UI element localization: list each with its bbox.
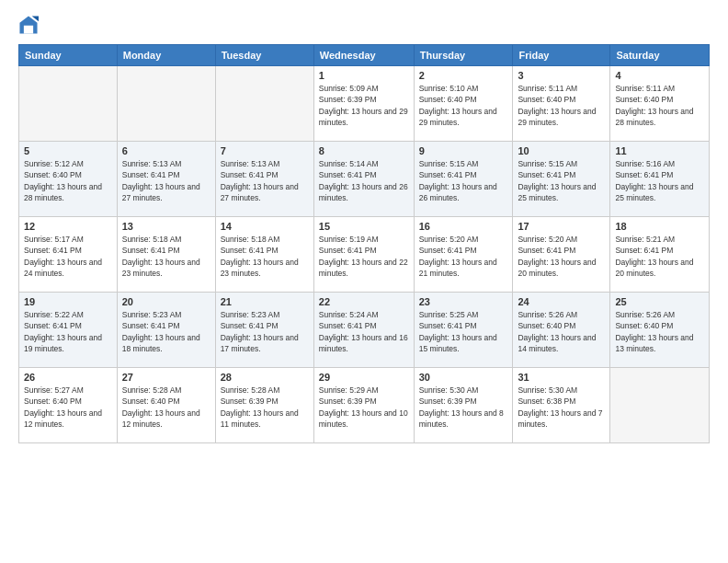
day-cell: 31Sunrise: 5:30 AM Sunset: 6:38 PM Dayli… (513, 368, 610, 443)
day-info: Sunrise: 5:22 AM Sunset: 6:41 PM Dayligh… (24, 309, 112, 354)
day-number: 15 (319, 221, 409, 232)
day-number: 23 (419, 296, 508, 307)
day-number: 14 (221, 221, 309, 232)
day-number: 25 (615, 296, 704, 307)
day-info: Sunrise: 5:11 AM Sunset: 6:40 PM Dayligh… (518, 83, 605, 128)
day-info: Sunrise: 5:29 AM Sunset: 6:39 PM Dayligh… (319, 385, 409, 430)
day-cell: 27Sunrise: 5:28 AM Sunset: 6:40 PM Dayli… (117, 368, 215, 443)
day-info: Sunrise: 5:23 AM Sunset: 6:41 PM Dayligh… (221, 309, 309, 354)
day-cell: 24Sunrise: 5:26 AM Sunset: 6:40 PM Dayli… (513, 293, 610, 368)
day-cell (610, 368, 710, 443)
day-number: 4 (615, 70, 704, 81)
day-info: Sunrise: 5:15 AM Sunset: 6:41 PM Dayligh… (419, 158, 508, 203)
day-cell: 11Sunrise: 5:16 AM Sunset: 6:41 PM Dayli… (610, 142, 710, 217)
week-row-2: 12Sunrise: 5:17 AM Sunset: 6:41 PM Dayli… (19, 217, 710, 293)
day-cell: 21Sunrise: 5:23 AM Sunset: 6:41 PM Dayli… (215, 293, 313, 368)
day-info: Sunrise: 5:26 AM Sunset: 6:40 PM Dayligh… (615, 309, 704, 354)
logo-icon (18, 15, 39, 35)
day-number: 29 (319, 372, 409, 383)
day-info: Sunrise: 5:17 AM Sunset: 6:41 PM Dayligh… (24, 234, 112, 279)
day-cell: 17Sunrise: 5:20 AM Sunset: 6:41 PM Dayli… (513, 217, 610, 293)
day-number: 22 (319, 296, 409, 307)
week-row-4: 26Sunrise: 5:27 AM Sunset: 6:40 PM Dayli… (19, 368, 710, 443)
day-info: Sunrise: 5:09 AM Sunset: 6:39 PM Dayligh… (319, 83, 409, 128)
day-cell: 2Sunrise: 5:10 AM Sunset: 6:40 PM Daylig… (414, 66, 513, 142)
day-cell: 28Sunrise: 5:28 AM Sunset: 6:39 PM Dayli… (215, 368, 313, 443)
day-info: Sunrise: 5:13 AM Sunset: 6:41 PM Dayligh… (221, 158, 309, 203)
weekday-header-sunday: Sunday (19, 45, 118, 66)
weekday-header-thursday: Thursday (414, 45, 513, 66)
day-number: 17 (518, 221, 605, 232)
page: SundayMondayTuesdayWednesdayThursdayFrid… (0, 0, 728, 563)
day-number: 12 (24, 221, 112, 232)
day-cell (215, 66, 313, 142)
day-number: 16 (419, 221, 508, 232)
day-info: Sunrise: 5:13 AM Sunset: 6:41 PM Dayligh… (122, 158, 210, 203)
day-info: Sunrise: 5:23 AM Sunset: 6:41 PM Dayligh… (122, 309, 210, 354)
day-info: Sunrise: 5:20 AM Sunset: 6:41 PM Dayligh… (518, 234, 605, 279)
header (18, 15, 710, 35)
day-number: 6 (122, 145, 210, 156)
day-number: 19 (24, 296, 112, 307)
day-cell: 19Sunrise: 5:22 AM Sunset: 6:41 PM Dayli… (19, 293, 118, 368)
day-cell: 6Sunrise: 5:13 AM Sunset: 6:41 PM Daylig… (117, 142, 215, 217)
day-number: 26 (24, 372, 112, 383)
day-number: 13 (122, 221, 210, 232)
week-row-3: 19Sunrise: 5:22 AM Sunset: 6:41 PM Dayli… (19, 293, 710, 368)
day-number: 3 (518, 70, 605, 81)
day-cell (117, 66, 215, 142)
day-cell: 4Sunrise: 5:11 AM Sunset: 6:40 PM Daylig… (610, 66, 710, 142)
day-number: 24 (518, 296, 605, 307)
day-cell: 15Sunrise: 5:19 AM Sunset: 6:41 PM Dayli… (313, 217, 414, 293)
day-number: 7 (221, 145, 309, 156)
day-cell: 18Sunrise: 5:21 AM Sunset: 6:41 PM Dayli… (610, 217, 710, 293)
day-info: Sunrise: 5:30 AM Sunset: 6:39 PM Dayligh… (419, 385, 508, 430)
weekday-header-tuesday: Tuesday (215, 45, 313, 66)
day-cell: 25Sunrise: 5:26 AM Sunset: 6:40 PM Dayli… (610, 293, 710, 368)
week-row-1: 5Sunrise: 5:12 AM Sunset: 6:40 PM Daylig… (19, 142, 710, 217)
day-info: Sunrise: 5:28 AM Sunset: 6:40 PM Dayligh… (122, 385, 210, 430)
day-number: 10 (518, 145, 605, 156)
weekday-header-row: SundayMondayTuesdayWednesdayThursdayFrid… (19, 45, 710, 66)
day-number: 27 (122, 372, 210, 383)
day-cell: 10Sunrise: 5:15 AM Sunset: 6:41 PM Dayli… (513, 142, 610, 217)
day-number: 1 (319, 70, 409, 81)
day-info: Sunrise: 5:24 AM Sunset: 6:41 PM Dayligh… (319, 309, 409, 354)
day-number: 5 (24, 145, 112, 156)
svg-rect-2 (24, 26, 33, 34)
day-info: Sunrise: 5:26 AM Sunset: 6:40 PM Dayligh… (518, 309, 605, 354)
day-cell: 23Sunrise: 5:25 AM Sunset: 6:41 PM Dayli… (414, 293, 513, 368)
day-cell: 5Sunrise: 5:12 AM Sunset: 6:40 PM Daylig… (19, 142, 118, 217)
day-cell: 16Sunrise: 5:20 AM Sunset: 6:41 PM Dayli… (414, 217, 513, 293)
day-cell: 8Sunrise: 5:14 AM Sunset: 6:41 PM Daylig… (313, 142, 414, 217)
day-info: Sunrise: 5:11 AM Sunset: 6:40 PM Dayligh… (615, 83, 704, 128)
day-info: Sunrise: 5:18 AM Sunset: 6:41 PM Dayligh… (221, 234, 309, 279)
weekday-header-friday: Friday (513, 45, 610, 66)
day-cell: 1Sunrise: 5:09 AM Sunset: 6:39 PM Daylig… (313, 66, 414, 142)
day-cell: 26Sunrise: 5:27 AM Sunset: 6:40 PM Dayli… (19, 368, 118, 443)
day-number: 9 (419, 145, 508, 156)
day-number: 31 (518, 372, 605, 383)
week-row-0: 1Sunrise: 5:09 AM Sunset: 6:39 PM Daylig… (19, 66, 710, 142)
day-info: Sunrise: 5:16 AM Sunset: 6:41 PM Dayligh… (615, 158, 704, 203)
day-info: Sunrise: 5:12 AM Sunset: 6:40 PM Dayligh… (24, 158, 112, 203)
day-info: Sunrise: 5:19 AM Sunset: 6:41 PM Dayligh… (319, 234, 409, 279)
logo (18, 15, 42, 35)
calendar-table: SundayMondayTuesdayWednesdayThursdayFrid… (18, 44, 710, 443)
day-cell: 20Sunrise: 5:23 AM Sunset: 6:41 PM Dayli… (117, 293, 215, 368)
day-number: 28 (221, 372, 309, 383)
day-number: 30 (419, 372, 508, 383)
day-number: 21 (221, 296, 309, 307)
day-cell: 7Sunrise: 5:13 AM Sunset: 6:41 PM Daylig… (215, 142, 313, 217)
day-number: 11 (615, 145, 704, 156)
day-cell: 3Sunrise: 5:11 AM Sunset: 6:40 PM Daylig… (513, 66, 610, 142)
day-cell: 13Sunrise: 5:18 AM Sunset: 6:41 PM Dayli… (117, 217, 215, 293)
weekday-header-monday: Monday (117, 45, 215, 66)
day-cell: 12Sunrise: 5:17 AM Sunset: 6:41 PM Dayli… (19, 217, 118, 293)
day-number: 20 (122, 296, 210, 307)
day-info: Sunrise: 5:21 AM Sunset: 6:41 PM Dayligh… (615, 234, 704, 279)
day-info: Sunrise: 5:28 AM Sunset: 6:39 PM Dayligh… (221, 385, 309, 430)
day-info: Sunrise: 5:25 AM Sunset: 6:41 PM Dayligh… (419, 309, 508, 354)
day-info: Sunrise: 5:18 AM Sunset: 6:41 PM Dayligh… (122, 234, 210, 279)
day-info: Sunrise: 5:30 AM Sunset: 6:38 PM Dayligh… (518, 385, 605, 430)
